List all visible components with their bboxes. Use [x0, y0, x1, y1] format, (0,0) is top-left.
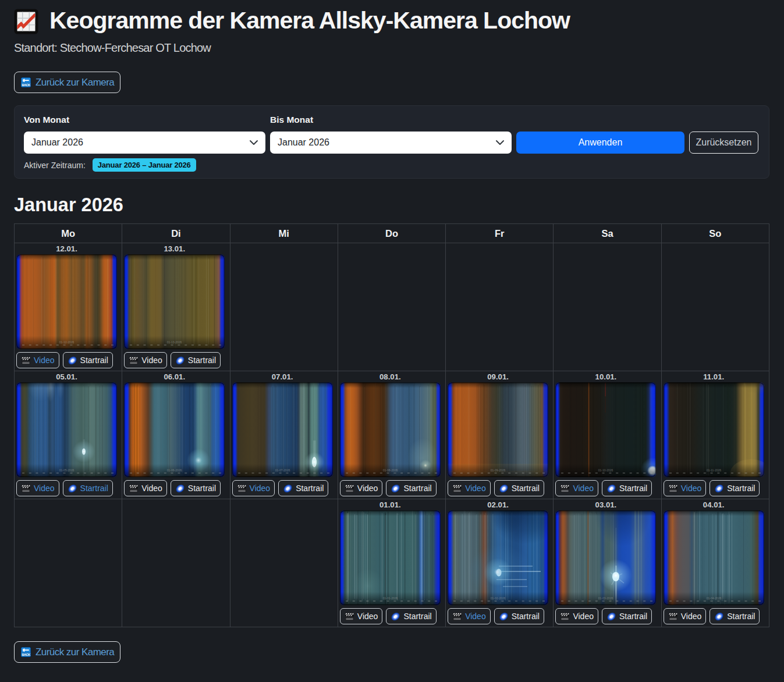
svg-text:01-03-2026: 01-03-2026 — [598, 596, 613, 600]
svg-text:01-11-2026: 01-11-2026 — [707, 468, 721, 472]
svg-text:01-13-2026: 01-13-2026 — [167, 340, 182, 344]
svg-text:01-04-2026: 01-04-2026 — [706, 596, 721, 600]
svg-text:01-05-2026: 01-05-2026 — [59, 468, 75, 472]
svg-text:01-07-2026: 01-07-2026 — [275, 468, 290, 472]
svg-text:01-01-2026: 01-01-2026 — [383, 596, 398, 600]
svg-text:BACK: BACK — [22, 83, 30, 87]
svg-text:01-06-2026: 01-06-2026 — [167, 468, 182, 472]
svg-text:BACK: BACK — [22, 653, 30, 656]
svg-text:01-02-2026: 01-02-2026 — [491, 596, 506, 600]
svg-text:01-09-2026: 01-09-2026 — [491, 468, 506, 472]
svg-text:01-10-2026: 01-10-2026 — [598, 468, 613, 472]
svg-text:01-08-2026: 01-08-2026 — [383, 468, 398, 472]
svg-text:01-12-2026: 01-12-2026 — [59, 340, 75, 344]
